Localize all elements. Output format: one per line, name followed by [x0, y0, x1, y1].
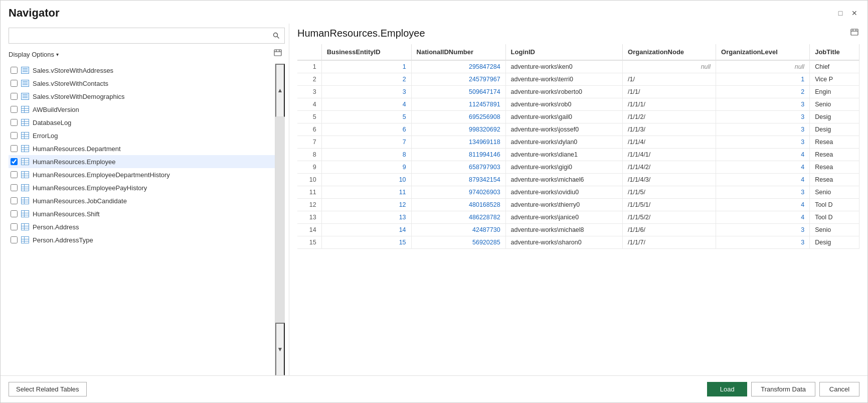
item-checkbox[interactable]	[11, 223, 18, 230]
column-header: OrganizationLevel	[716, 44, 810, 60]
right-panel-header: HumanResources.Employee	[297, 28, 859, 39]
search-input[interactable]	[9, 30, 268, 42]
item-label: HumanResources.EmployeePayHistory	[33, 184, 147, 192]
table-refresh-button[interactable]	[850, 28, 859, 39]
item-checkbox[interactable]	[11, 93, 18, 100]
org-level-cell: 4	[716, 174, 810, 186]
refresh-icon	[274, 49, 283, 58]
business-entity-id-cell: 5	[321, 111, 411, 123]
table-row: 44112457891adventure-works\rob0/1/1/1/3S…	[297, 98, 859, 111]
job-title-cell: Engin	[810, 86, 859, 98]
footer-right: Load Transform Data Cancel	[707, 382, 859, 396]
list-item[interactable]: HumanResources.JobCandidate	[9, 194, 275, 207]
list-item[interactable]: HumanResources.Employee	[9, 155, 275, 168]
national-id-cell: 486228782	[411, 211, 505, 224]
row-number-cell: 4	[297, 98, 321, 111]
data-table-scroll[interactable]: BusinessEntityIDNationalIDNumberLoginIDO…	[297, 44, 859, 375]
job-title-cell: Senio	[810, 186, 859, 199]
table-list-scroll[interactable]: Sales.vStoreWithAddressesSales.vStoreWit…	[9, 64, 275, 375]
login-id-cell: adventure-works\roberto0	[505, 86, 623, 98]
list-item[interactable]: Person.Address	[9, 220, 275, 233]
org-level-cell: 3	[716, 98, 810, 111]
item-checkbox[interactable]	[11, 197, 18, 204]
transform-data-button[interactable]: Transform Data	[751, 382, 815, 396]
item-label: AWBuildVersion	[33, 106, 79, 113]
list-item[interactable]: HumanResources.EmployeeDepartmentHistory	[9, 168, 275, 181]
item-label: Sales.vStoreWithContacts	[33, 80, 108, 87]
table-refresh-icon	[850, 28, 859, 37]
scroll-up-button[interactable]: ▲	[275, 64, 285, 117]
job-title-cell: Resea	[810, 174, 859, 186]
item-checkbox[interactable]	[11, 132, 18, 139]
item-checkbox[interactable]	[11, 158, 18, 165]
org-level-cell: 1	[716, 73, 810, 86]
table-row: 151556920285adventure-works\sharon0/1/1/…	[297, 236, 859, 249]
item-checkbox[interactable]	[11, 67, 18, 74]
business-entity-id-cell: 10	[321, 174, 411, 186]
cancel-button[interactable]: Cancel	[819, 382, 859, 396]
table-row: 1010879342154adventure-works\michael6/1/…	[297, 174, 859, 186]
row-num-header	[297, 44, 321, 60]
svg-line-1	[277, 37, 279, 39]
item-checkbox[interactable]	[11, 210, 18, 217]
login-id-cell: adventure-works\diane1	[505, 149, 623, 161]
org-node-cell: /1/1/5/	[623, 186, 716, 199]
list-item[interactable]: Person.AddressType	[9, 233, 275, 246]
org-level-cell: 3	[716, 111, 810, 123]
column-header: LoginID	[505, 44, 623, 60]
scroll-down-button[interactable]: ▼	[275, 323, 285, 376]
org-node-cell: /1/1/4/3/	[623, 174, 716, 186]
item-label: Sales.vStoreWithDemographics	[33, 93, 125, 100]
item-checkbox[interactable]	[11, 119, 18, 126]
item-label: Person.AddressType	[33, 236, 93, 244]
maximize-button[interactable]: □	[835, 8, 845, 18]
item-checkbox[interactable]	[11, 145, 18, 152]
item-checkbox[interactable]	[11, 236, 18, 243]
row-number-cell: 15	[297, 236, 321, 249]
list-item[interactable]: HumanResources.EmployeePayHistory	[9, 181, 275, 194]
item-checkbox[interactable]	[11, 106, 18, 113]
org-level-cell: 3	[716, 136, 810, 149]
load-button[interactable]: Load	[707, 382, 747, 396]
org-node-cell: /1/1/5/1/	[623, 199, 716, 211]
business-entity-id-cell: 12	[321, 199, 411, 211]
select-related-tables-button[interactable]: Select Related Tables	[9, 382, 87, 396]
business-entity-id-cell: 3	[321, 86, 411, 98]
list-item[interactable]: Sales.vStoreWithAddresses	[9, 64, 275, 77]
national-id-cell: 112457891	[411, 98, 505, 111]
list-item[interactable]: Sales.vStoreWithDemographics	[9, 90, 275, 103]
row-number-cell: 6	[297, 123, 321, 136]
national-id-cell: 879342154	[411, 174, 505, 186]
row-number-cell: 13	[297, 211, 321, 224]
table-row: 99658797903adventure-works\gigi0/1/1/4/2…	[297, 161, 859, 174]
item-checkbox[interactable]	[11, 80, 18, 87]
display-options-button[interactable]: Display Options ▾	[9, 51, 59, 58]
list-item[interactable]: ErrorLog	[9, 129, 275, 142]
row-number-cell: 7	[297, 136, 321, 149]
view-icon	[21, 92, 30, 100]
column-header: BusinessEntityID	[321, 44, 411, 60]
login-id-cell: adventure-works\thierry0	[505, 199, 623, 211]
list-item[interactable]: HumanResources.Shift	[9, 207, 275, 220]
business-entity-id-cell: 4	[321, 98, 411, 111]
row-number-cell: 12	[297, 199, 321, 211]
national-id-cell: 509647174	[411, 86, 505, 98]
close-button[interactable]: ✕	[849, 8, 859, 18]
column-header: NationalIDNumber	[411, 44, 505, 60]
list-item[interactable]: HumanResources.Department	[9, 142, 275, 155]
job-title-cell: Senio	[810, 98, 859, 111]
column-header: OrganizationNode	[623, 44, 716, 60]
list-item[interactable]: Sales.vStoreWithContacts	[9, 77, 275, 90]
list-item[interactable]: DatabaseLog	[9, 116, 275, 129]
login-id-cell: adventure-works\sharon0	[505, 236, 623, 249]
table-row: 55695256908adventure-works\gail0/1/1/2/3…	[297, 111, 859, 123]
refresh-button[interactable]	[274, 49, 283, 60]
list-item[interactable]: AWBuildVersion	[9, 103, 275, 116]
item-checkbox[interactable]	[11, 184, 18, 191]
title-bar: Navigator □ ✕	[1, 1, 867, 24]
table-icon	[21, 118, 30, 126]
national-id-cell: 658797903	[411, 161, 505, 174]
search-button[interactable]	[268, 28, 284, 44]
item-checkbox[interactable]	[11, 171, 18, 178]
row-number-cell: 10	[297, 174, 321, 186]
